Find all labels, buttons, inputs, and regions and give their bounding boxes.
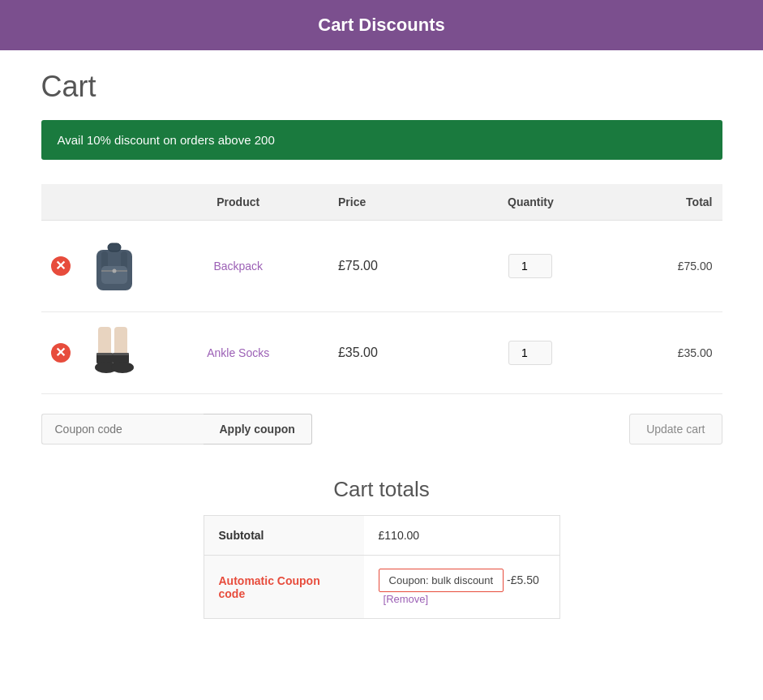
cart-totals-title: Cart totals [333,477,430,502]
svg-rect-13 [96,353,113,355]
svg-point-12 [111,362,134,373]
image-cell-socks [80,312,148,394]
coupon-discount-cell: Coupon: bulk discount -£5.50 [Remove] [364,556,559,619]
col-product-header: Product [148,184,328,221]
svg-point-6 [112,269,116,273]
socks-image [90,327,139,376]
remove-cell-socks: ✕ [41,312,80,394]
remove-icon-backpack: ✕ [51,256,71,276]
table-row: ✕ [41,221,722,312]
backpack-link[interactable]: Backpack [213,260,263,273]
remove-backpack-button[interactable]: ✕ [51,256,71,276]
cart-totals-section: Cart totals Subtotal £110.00 Automatic C… [41,477,722,619]
socks-link[interactable]: Ankle Socks [207,346,269,359]
update-cart-button[interactable]: Update cart [629,414,722,444]
total-cell-socks: £35.00 [602,312,722,394]
subtotal-label: Subtotal [204,516,364,556]
discount-banner: Avail 10% discount on orders above 200 [41,120,722,160]
coupon-label-highlight: Automatic Coupon code [219,574,320,600]
col-price-header: Price [328,184,459,221]
product-name-cell-socks: Ankle Socks [148,312,328,394]
remove-cell-backpack: ✕ [41,221,80,312]
subtotal-value: £110.00 [364,516,559,556]
discount-banner-text: Avail 10% discount on orders above 200 [58,133,275,147]
svg-rect-1 [108,243,121,251]
backpack-image [90,235,139,294]
col-total-header: Total [602,184,722,221]
discount-value: -£5.50 [507,573,539,586]
col-qty-header: Quantity [459,184,603,221]
page-content: Cart Avail 10% discount on orders above … [17,50,747,638]
image-cell-backpack [80,221,148,312]
svg-rect-4 [101,266,127,284]
price-cell-backpack: £75.00 [328,221,459,312]
coupon-discount-row: Automatic Coupon code Coupon: bulk disco… [204,556,559,619]
qty-input-backpack[interactable] [508,254,552,278]
price-cell-socks: £35.00 [328,312,459,394]
apply-coupon-button[interactable]: Apply coupon [204,414,312,444]
coupon-name-box: Coupon: bulk discount [379,569,504,592]
col-image-header [80,184,148,221]
remove-icon-socks: ✕ [51,343,71,363]
remove-coupon-link[interactable]: [Remove] [384,593,429,605]
page-header: Cart Discounts [0,0,763,50]
header-title: Cart Discounts [318,15,444,35]
coupon-row: Apply coupon Update cart [41,414,722,444]
qty-input-socks[interactable] [508,341,552,365]
cart-title: Cart [41,70,722,104]
table-header-row: Product Price Quantity Total [41,184,722,221]
product-name-cell-backpack: Backpack [148,221,328,312]
svg-rect-14 [113,353,129,355]
coupon-discount-label: Automatic Coupon code [204,556,364,619]
qty-cell-backpack [459,221,603,312]
coupon-form: Apply coupon [41,414,312,444]
totals-table: Subtotal £110.00 Automatic Coupon code C… [204,515,560,619]
subtotal-row: Subtotal £110.00 [204,516,559,556]
col-remove-header [41,184,80,221]
remove-socks-button[interactable]: ✕ [51,343,71,363]
qty-cell-socks [459,312,603,394]
table-row: ✕ [41,312,722,394]
cart-table: Product Price Quantity Total ✕ [41,184,722,394]
coupon-code-input[interactable] [41,414,204,444]
total-cell-backpack: £75.00 [602,221,722,312]
